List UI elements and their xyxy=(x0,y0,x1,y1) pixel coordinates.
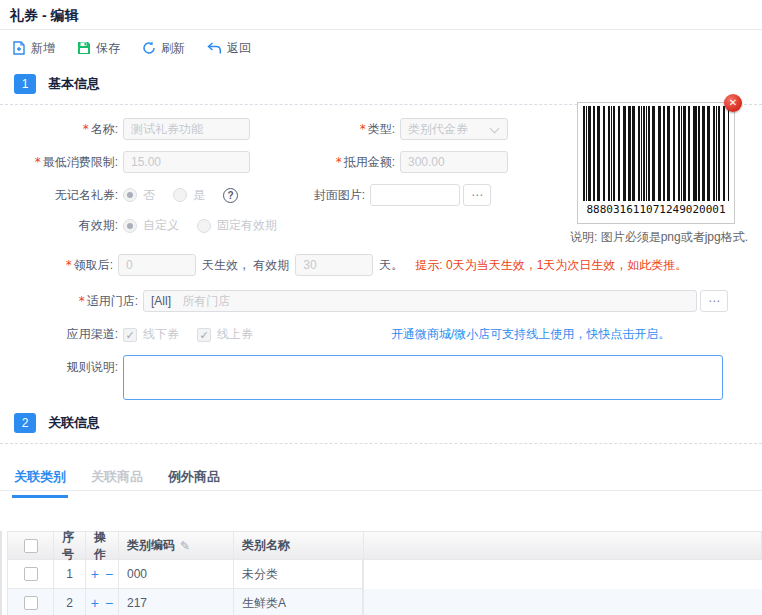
new-button[interactable]: 新增 xyxy=(12,40,55,57)
header-code: 类别编码 ✎ xyxy=(118,531,233,560)
refresh-button[interactable]: 刷新 xyxy=(142,40,185,57)
validity-custom-radio[interactable] xyxy=(123,219,137,233)
section-1-badge: 1 xyxy=(14,74,36,94)
section-2-badge: 2 xyxy=(14,413,36,433)
barcode-number: 888031611071249020001 xyxy=(583,203,729,216)
row-code: 217 xyxy=(118,589,233,615)
channels-label: 应用渠道: xyxy=(0,326,123,343)
save-button-label: 保存 xyxy=(96,40,120,57)
name-input[interactable] xyxy=(123,118,250,140)
type-select-value: 类别代金券 xyxy=(408,122,468,136)
remove-image-button[interactable]: ✕ xyxy=(724,94,742,112)
rules-label: 规则说明: xyxy=(0,355,123,376)
related-category-table-zone: 序号 操作 类别编码 ✎ 类别名称 1 + − 000 未分类 xyxy=(0,531,762,615)
tab-excluded-product[interactable]: 例外商品 xyxy=(168,468,220,498)
section-2-title: 关联信息 xyxy=(48,414,100,432)
row-checkbox[interactable] xyxy=(24,596,38,610)
after-receive-label: *领取后: xyxy=(0,257,118,274)
section-related-info-header: 2 关联信息 xyxy=(14,411,762,435)
chevron-down-icon xyxy=(490,124,500,134)
online-checkbox[interactable]: ✓ xyxy=(197,328,211,342)
tab-related-product[interactable]: 关联商品 xyxy=(91,468,143,498)
bearer-yes-label: 是 xyxy=(193,187,205,204)
cover-image-label: 封面图片: xyxy=(238,187,370,204)
bearer-no-label: 否 xyxy=(143,187,155,204)
add-row-button[interactable]: + xyxy=(91,596,99,610)
page-title: 礼券 - 编辑 xyxy=(0,0,762,30)
bearer-label: 无记名礼券: xyxy=(0,187,123,204)
cover-image-preview: 888031611071249020001 ✕ xyxy=(577,102,735,224)
edit-pencil-icon[interactable]: ✎ xyxy=(180,539,190,553)
offline-checkbox-label: 线下券 xyxy=(143,326,179,343)
section-basic-info-header: 1 基本信息 xyxy=(14,72,762,96)
header-filler xyxy=(363,531,762,560)
validity-custom-label: 自定义 xyxy=(143,217,179,234)
stores-placeholder: 所有门店 xyxy=(182,294,230,308)
after-receive-suffix-text: 天。 xyxy=(379,257,403,274)
days-effective-input[interactable] xyxy=(118,254,196,276)
row-name: 生鲜类A xyxy=(233,589,363,615)
basic-info-form: *名称: *类型: 类别代金券 *最低消费限制: *抵用金额: 无记名礼券: 否… xyxy=(0,105,762,400)
validity-fixed-radio[interactable] xyxy=(197,219,211,233)
bearer-no-radio[interactable] xyxy=(123,188,137,202)
refresh-icon xyxy=(142,41,156,55)
question-circle-icon[interactable]: ? xyxy=(223,188,238,203)
after-receive-mid-text: 天生效， 有效期 xyxy=(202,257,289,274)
stores-label: *适用门店: xyxy=(0,293,143,310)
tab-related-category[interactable]: 关联类别 xyxy=(14,468,66,498)
validity-fixed-label: 固定有效期 xyxy=(217,217,277,234)
new-button-label: 新增 xyxy=(31,40,55,57)
days-valid-input[interactable] xyxy=(295,254,373,276)
barcode-image xyxy=(583,106,729,201)
remove-row-button[interactable]: − xyxy=(105,567,113,581)
name-label: *名称: xyxy=(0,121,123,138)
save-floppy-icon xyxy=(77,41,91,55)
related-info-tabs: 关联类别 关联商品 例外商品 xyxy=(0,458,762,491)
stores-browse-button[interactable]: ⋯ xyxy=(700,290,728,312)
cover-image-browse-button[interactable]: ⋯ xyxy=(463,184,491,206)
image-format-note: 说明: 图片必须是png或者jpg格式. xyxy=(570,229,748,246)
refresh-button-label: 刷新 xyxy=(161,40,185,57)
back-arrow-icon xyxy=(207,42,222,55)
back-button[interactable]: 返回 xyxy=(207,40,251,57)
open-online-link[interactable]: 开通微商城/微小店可支持线上使用，快快点击开启。 xyxy=(391,326,670,343)
after-receive-hint: 提示: 0天为当天生效，1天为次日生效，如此类推。 xyxy=(415,257,687,274)
row-checkbox[interactable] xyxy=(24,567,38,581)
type-label: *类型: xyxy=(250,121,400,138)
cover-image-input[interactable] xyxy=(370,184,460,206)
table-row[interactable]: 2 + − 217 生鲜类A xyxy=(7,589,762,615)
validity-label: 有效期: xyxy=(0,217,123,234)
row-code: 000 xyxy=(118,560,233,589)
rules-textarea[interactable] xyxy=(123,355,723,400)
stores-tag: [All] xyxy=(151,294,171,308)
offline-checkbox[interactable]: ✓ xyxy=(123,328,137,342)
save-button[interactable]: 保存 xyxy=(77,40,120,57)
divider-dashed-2 xyxy=(0,443,762,444)
table-row[interactable]: 1 + − 000 未分类 xyxy=(7,560,762,589)
stores-field[interactable]: [All] 所有门店 xyxy=(143,290,697,312)
table-header-row: 序号 操作 类别编码 ✎ 类别名称 xyxy=(7,531,762,560)
section-1-title: 基本信息 xyxy=(48,75,100,93)
row-no: 2 xyxy=(53,589,85,615)
gift-voucher-edit-page: 礼券 - 编辑 新增 保存 刷新 返回 1 xyxy=(0,0,762,615)
deduct-amount-label: *抵用金额: xyxy=(250,154,400,171)
related-category-table: 序号 操作 类别编码 ✎ 类别名称 1 + − 000 未分类 xyxy=(7,531,762,615)
header-name: 类别名称 xyxy=(233,531,363,560)
row-name: 未分类 xyxy=(233,560,363,589)
add-row-button[interactable]: + xyxy=(91,567,99,581)
type-select[interactable]: 类别代金券 xyxy=(400,118,508,140)
remove-row-button[interactable]: − xyxy=(105,596,113,610)
select-all-checkbox[interactable] xyxy=(24,539,38,553)
row-no: 1 xyxy=(53,560,85,589)
deduct-amount-input[interactable] xyxy=(400,151,508,173)
min-spend-label: *最低消费限制: xyxy=(0,154,123,171)
online-checkbox-label: 线上券 xyxy=(217,326,253,343)
header-no: 序号 xyxy=(53,531,85,560)
toolbar: 新增 保存 刷新 返回 xyxy=(0,34,762,62)
min-spend-input[interactable] xyxy=(123,151,250,173)
bearer-yes-radio[interactable] xyxy=(173,188,187,202)
header-op: 操作 xyxy=(85,531,118,560)
new-document-icon xyxy=(12,41,26,55)
back-button-label: 返回 xyxy=(227,40,251,57)
